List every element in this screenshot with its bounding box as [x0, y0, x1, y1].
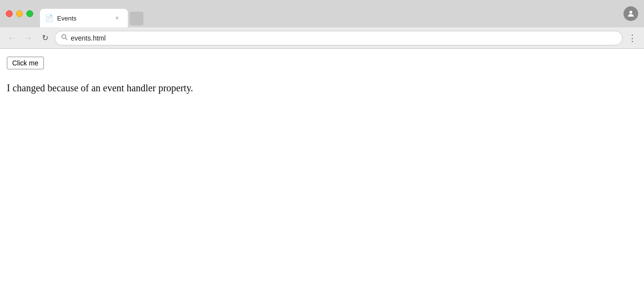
page-body-text: I changed because of an event handler pr…	[7, 81, 637, 95]
tab-document-icon: 📄	[45, 14, 53, 22]
traffic-lights	[6, 10, 33, 17]
address-input[interactable]	[71, 34, 616, 42]
reload-icon: ↻	[42, 33, 48, 42]
svg-line-2	[65, 38, 67, 40]
forward-icon: →	[24, 34, 32, 42]
tab-title: Events	[57, 15, 109, 22]
click-me-button[interactable]: Click me	[7, 57, 44, 69]
back-button[interactable]: ←	[5, 31, 19, 45]
profile-icon[interactable]	[624, 6, 638, 21]
tab-area: 📄 Events ×	[40, 0, 620, 27]
search-icon	[61, 34, 68, 42]
close-button[interactable]	[6, 10, 13, 17]
tab-close-button[interactable]: ×	[113, 14, 121, 22]
back-icon: ←	[8, 34, 16, 42]
titlebar: 📄 Events ×	[0, 0, 644, 27]
forward-button[interactable]: →	[21, 31, 35, 45]
more-options-icon: ⋮	[628, 33, 637, 43]
page-content: Click me I changed because of an event h…	[0, 49, 644, 293]
toolbar: ← → ↻ ⋮	[0, 27, 644, 49]
svg-point-1	[62, 35, 66, 39]
reload-button[interactable]: ↻	[38, 31, 52, 45]
new-tab-button[interactable]	[130, 12, 143, 25]
menu-button[interactable]: ⋮	[625, 31, 639, 45]
svg-point-0	[629, 11, 632, 14]
maximize-button[interactable]	[26, 10, 33, 17]
address-bar[interactable]	[55, 31, 623, 45]
minimize-button[interactable]	[16, 10, 23, 17]
active-tab[interactable]: 📄 Events ×	[40, 9, 128, 27]
